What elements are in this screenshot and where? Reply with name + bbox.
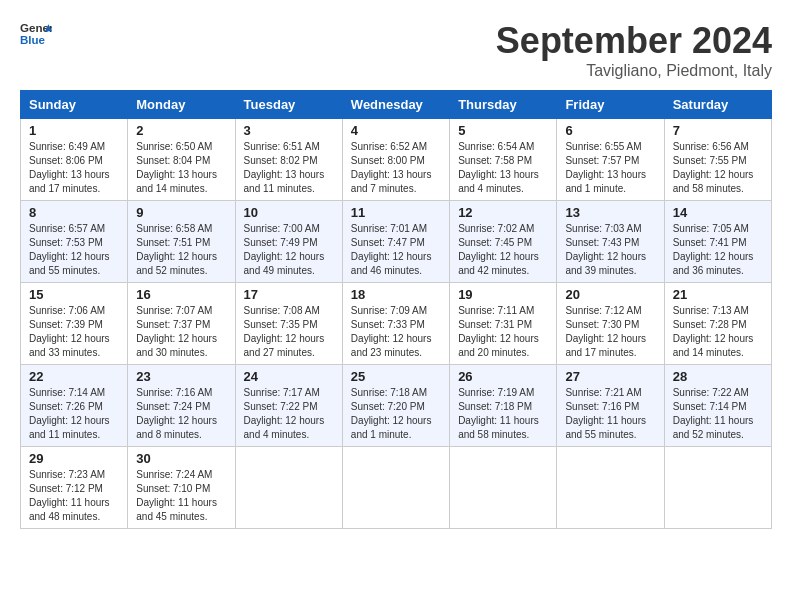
day-cell: 23Sunrise: 7:16 AMSunset: 7:24 PMDayligh… xyxy=(128,365,235,447)
day-cell: 5Sunrise: 6:54 AMSunset: 7:58 PMDaylight… xyxy=(450,119,557,201)
day-cell xyxy=(342,447,449,529)
month-title: September 2024 xyxy=(496,20,772,62)
day-cell: 21Sunrise: 7:13 AMSunset: 7:28 PMDayligh… xyxy=(664,283,771,365)
day-cell: 7Sunrise: 6:56 AMSunset: 7:55 PMDaylight… xyxy=(664,119,771,201)
calendar-week-0: 1Sunrise: 6:49 AMSunset: 8:06 PMDaylight… xyxy=(21,119,772,201)
header-sunday: Sunday xyxy=(21,91,128,119)
day-cell: 16Sunrise: 7:07 AMSunset: 7:37 PMDayligh… xyxy=(128,283,235,365)
day-cell: 4Sunrise: 6:52 AMSunset: 8:00 PMDaylight… xyxy=(342,119,449,201)
location: Tavigliano, Piedmont, Italy xyxy=(496,62,772,80)
day-cell: 11Sunrise: 7:01 AMSunset: 7:47 PMDayligh… xyxy=(342,201,449,283)
page-header: General Blue September 2024 Tavigliano, … xyxy=(20,20,772,80)
day-cell: 14Sunrise: 7:05 AMSunset: 7:41 PMDayligh… xyxy=(664,201,771,283)
day-cell xyxy=(450,447,557,529)
day-cell: 10Sunrise: 7:00 AMSunset: 7:49 PMDayligh… xyxy=(235,201,342,283)
calendar-header-row: Sunday Monday Tuesday Wednesday Thursday… xyxy=(21,91,772,119)
day-cell: 1Sunrise: 6:49 AMSunset: 8:06 PMDaylight… xyxy=(21,119,128,201)
day-cell: 18Sunrise: 7:09 AMSunset: 7:33 PMDayligh… xyxy=(342,283,449,365)
calendar-week-2: 15Sunrise: 7:06 AMSunset: 7:39 PMDayligh… xyxy=(21,283,772,365)
logo: General Blue xyxy=(20,20,52,48)
day-cell: 15Sunrise: 7:06 AMSunset: 7:39 PMDayligh… xyxy=(21,283,128,365)
day-cell: 30Sunrise: 7:24 AMSunset: 7:10 PMDayligh… xyxy=(128,447,235,529)
header-saturday: Saturday xyxy=(664,91,771,119)
day-cell: 13Sunrise: 7:03 AMSunset: 7:43 PMDayligh… xyxy=(557,201,664,283)
day-cell: 3Sunrise: 6:51 AMSunset: 8:02 PMDaylight… xyxy=(235,119,342,201)
calendar-table: Sunday Monday Tuesday Wednesday Thursday… xyxy=(20,90,772,529)
calendar-week-3: 22Sunrise: 7:14 AMSunset: 7:26 PMDayligh… xyxy=(21,365,772,447)
day-cell: 12Sunrise: 7:02 AMSunset: 7:45 PMDayligh… xyxy=(450,201,557,283)
header-wednesday: Wednesday xyxy=(342,91,449,119)
svg-text:Blue: Blue xyxy=(20,34,46,46)
day-cell xyxy=(235,447,342,529)
day-cell: 19Sunrise: 7:11 AMSunset: 7:31 PMDayligh… xyxy=(450,283,557,365)
calendar-week-1: 8Sunrise: 6:57 AMSunset: 7:53 PMDaylight… xyxy=(21,201,772,283)
header-friday: Friday xyxy=(557,91,664,119)
day-cell xyxy=(664,447,771,529)
header-tuesday: Tuesday xyxy=(235,91,342,119)
day-cell: 25Sunrise: 7:18 AMSunset: 7:20 PMDayligh… xyxy=(342,365,449,447)
day-cell: 29Sunrise: 7:23 AMSunset: 7:12 PMDayligh… xyxy=(21,447,128,529)
day-cell: 27Sunrise: 7:21 AMSunset: 7:16 PMDayligh… xyxy=(557,365,664,447)
day-cell: 22Sunrise: 7:14 AMSunset: 7:26 PMDayligh… xyxy=(21,365,128,447)
day-cell: 2Sunrise: 6:50 AMSunset: 8:04 PMDaylight… xyxy=(128,119,235,201)
day-cell xyxy=(557,447,664,529)
day-cell: 24Sunrise: 7:17 AMSunset: 7:22 PMDayligh… xyxy=(235,365,342,447)
day-cell: 28Sunrise: 7:22 AMSunset: 7:14 PMDayligh… xyxy=(664,365,771,447)
header-thursday: Thursday xyxy=(450,91,557,119)
header-monday: Monday xyxy=(128,91,235,119)
logo-icon: General Blue xyxy=(20,20,52,48)
day-cell: 20Sunrise: 7:12 AMSunset: 7:30 PMDayligh… xyxy=(557,283,664,365)
calendar-week-4: 29Sunrise: 7:23 AMSunset: 7:12 PMDayligh… xyxy=(21,447,772,529)
day-cell: 6Sunrise: 6:55 AMSunset: 7:57 PMDaylight… xyxy=(557,119,664,201)
day-cell: 9Sunrise: 6:58 AMSunset: 7:51 PMDaylight… xyxy=(128,201,235,283)
title-block: September 2024 Tavigliano, Piedmont, Ita… xyxy=(496,20,772,80)
day-cell: 17Sunrise: 7:08 AMSunset: 7:35 PMDayligh… xyxy=(235,283,342,365)
day-cell: 8Sunrise: 6:57 AMSunset: 7:53 PMDaylight… xyxy=(21,201,128,283)
day-cell: 26Sunrise: 7:19 AMSunset: 7:18 PMDayligh… xyxy=(450,365,557,447)
